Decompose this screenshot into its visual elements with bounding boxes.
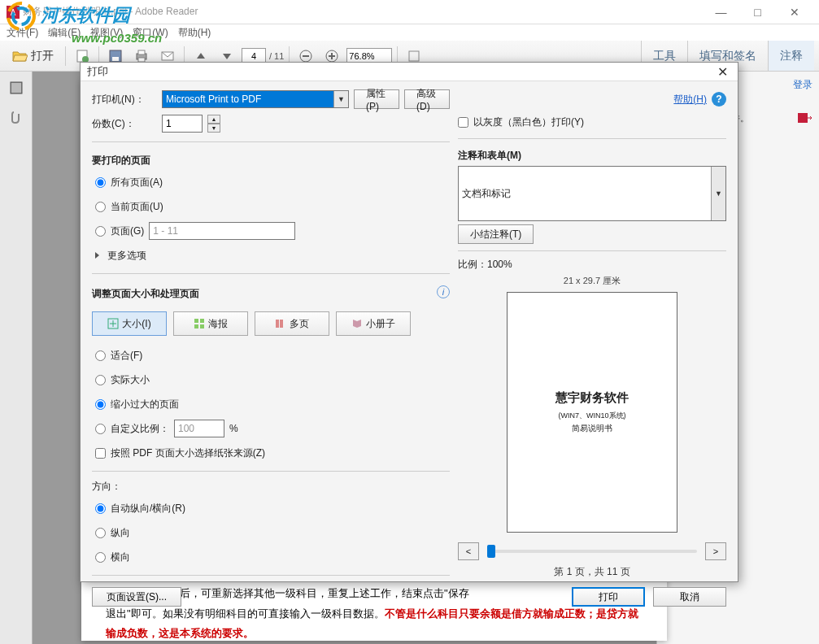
paper-source-checkbox[interactable]: 按照 PDF 页面大小选择纸张来源(Z) [92,443,450,463]
size-section-title: 调整页面大小和处理页面 [92,287,199,301]
preview-next-button[interactable]: > [705,542,726,560]
print-button[interactable]: 打印 [572,587,645,607]
folder-open-icon [11,48,28,64]
orient-portrait-radio[interactable]: 纵向 [92,523,450,542]
orient-auto-radio[interactable]: 自动纵向/横向(R) [92,498,450,518]
svg-rect-9 [138,50,145,54]
summarize-comments-button[interactable]: 小结注释(T) [458,224,534,244]
comments-section-title: 注释和表单(M) [458,149,726,163]
maximize-button[interactable]: □ [739,0,776,24]
menu-view[interactable]: 视图(V) [90,26,123,40]
svg-rect-7 [112,57,119,61]
scale-label: 比例：100% [458,258,726,272]
menubar: 文件(F) 编辑(E) 视图(V) 窗口(W) 帮助(H) [0,24,819,41]
custom-scale-input[interactable] [174,420,224,437]
booklet-icon [351,318,363,329]
copies-input[interactable] [162,115,203,133]
printer-select[interactable]: Microsoft Print to PDF▼ [162,90,349,108]
attachment-icon[interactable] [7,107,26,127]
open-button[interactable]: 打开 [5,44,60,68]
copies-label: 份数(C)： [92,117,157,131]
preview-slider[interactable] [487,550,697,553]
copies-spinner[interactable]: ▲▼ [207,115,220,133]
page-total: / 11 [269,51,284,61]
svg-rect-23 [200,319,204,323]
multi-icon [275,318,286,329]
printer-label: 打印机(N)： [92,93,157,107]
menu-file[interactable]: 文件(F) [7,26,38,40]
svg-rect-27 [280,320,283,328]
dialog-title: 打印 [87,64,108,79]
paper-size-label: 21 x 29.7 厘米 [564,275,621,287]
left-sidebar [0,72,33,644]
svg-rect-24 [194,324,198,329]
pages-section-title: 要打印的页面 [92,154,450,168]
properties-button[interactable]: 属性(P) [354,89,399,109]
tab-poster[interactable]: 海报 [173,311,248,336]
help-icon[interactable]: ? [712,92,726,107]
dialog-titlebar: 打印 ✕ [81,63,738,81]
svg-text:A: A [11,8,16,17]
tab-multi[interactable]: 多页 [255,311,329,336]
page-setup-button[interactable]: 页面设置(S)... [92,587,181,607]
window-titlebar: A 财务用户操作说明书.pdf - Adobe Reader — □ ✕ [0,0,819,24]
tab-comment[interactable]: 注释 [768,41,814,71]
orient-landscape-radio[interactable]: 横向 [92,547,450,567]
svg-rect-20 [798,113,808,123]
orientation-label: 方向： [92,480,450,494]
menu-help[interactable]: 帮助(H) [178,26,211,40]
thumbnails-icon[interactable] [7,78,26,98]
svg-rect-10 [138,58,145,62]
minimize-button[interactable]: — [703,0,739,24]
tab-size[interactable]: 大小(I) [92,311,167,336]
export-pdf-icon [796,111,812,124]
svg-rect-19 [11,83,21,93]
close-window-button[interactable]: ✕ [776,0,812,24]
preview-prev-button[interactable]: < [458,542,479,560]
all-pages-radio[interactable]: 所有页面(A) [92,172,450,192]
comments-select[interactable]: 文档和标记▼ [458,166,726,221]
preview-page-counter: 第 1 页，共 11 页 [554,565,629,579]
print-dialog: 打印 ✕ 打印机(N)： Microsoft Print to PDF▼ 属性(… [80,62,738,582]
app-icon: A [7,6,20,19]
menu-window[interactable]: 窗口(W) [133,26,168,40]
svg-rect-26 [276,320,279,328]
poster-icon [194,318,205,329]
menu-edit[interactable]: 编辑(E) [48,26,81,40]
page-range-input[interactable] [149,222,295,240]
svg-rect-25 [200,324,204,329]
cancel-button[interactable]: 取消 [653,587,726,607]
custom-scale-radio[interactable]: 自定义比例： [95,422,169,436]
fit-radio[interactable]: 适合(F) [92,346,450,365]
current-page-radio[interactable]: 当前页面(U) [92,197,450,216]
dialog-close-button[interactable]: ✕ [713,63,731,80]
window-title: 财务用户操作说明书.pdf - Adobe Reader [23,5,198,19]
svg-rect-22 [194,319,198,323]
advanced-button[interactable]: 高级(D) [404,89,450,109]
more-options-toggle[interactable]: 更多选项 [92,246,450,265]
print-preview: 慧宇财务软件 (WIN7、WIN10系统) 简易说明书 [507,292,677,533]
svg-rect-17 [409,51,419,61]
help-link[interactable]: 帮助(H) [673,93,707,107]
grayscale-checkbox[interactable]: 以灰度（黑白色）打印(Y) [458,112,726,132]
size-icon [107,318,119,329]
info-icon[interactable]: i [437,285,450,298]
tab-booklet[interactable]: 小册子 [336,311,411,336]
actual-size-radio[interactable]: 实际大小 [92,370,450,389]
shrink-radio[interactable]: 缩小过大的页面 [92,394,450,414]
page-range-radio[interactable]: 页面(G) [95,224,144,238]
